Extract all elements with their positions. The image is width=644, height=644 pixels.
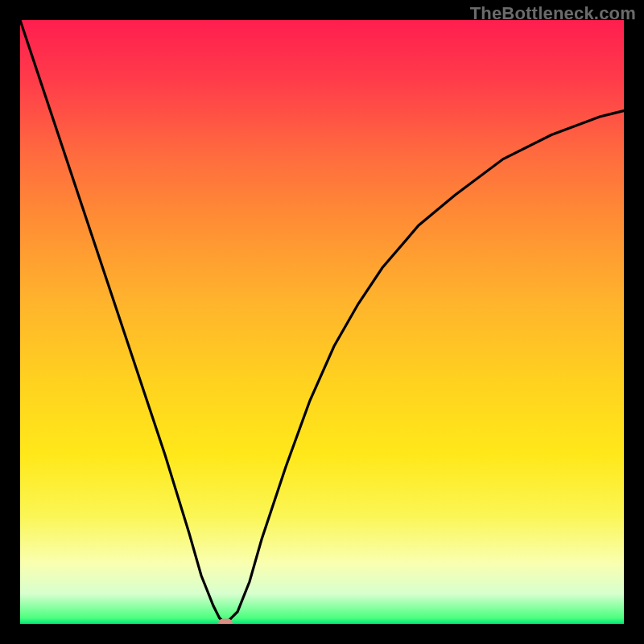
chart-frame: TheBottleneck.com [0, 0, 644, 644]
optimal-point-marker [218, 619, 233, 625]
bottleneck-curve [20, 20, 624, 624]
watermark-text: TheBottleneck.com [470, 3, 636, 24]
plot-area [20, 20, 624, 624]
